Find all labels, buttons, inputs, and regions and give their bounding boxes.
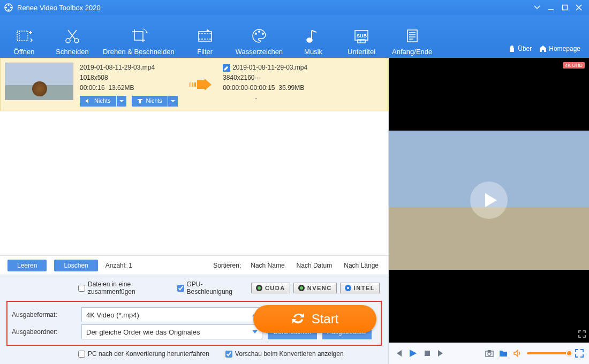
filmstrip-sparkle-icon — [196, 26, 214, 46]
shutdown-label: PC nach der Konvertierung herunterfahren — [88, 350, 209, 358]
about-label: Über — [518, 45, 532, 52]
start-label: Start — [312, 312, 339, 327]
edit-icon[interactable] — [223, 64, 230, 72]
mini-fullscreen-icon[interactable] — [578, 330, 586, 339]
home-icon — [539, 45, 547, 52]
snapshot-button[interactable] — [485, 349, 494, 358]
svg-point-2 — [10, 6, 12, 8]
filmstrip-add-icon — [15, 26, 33, 46]
output-format-combo[interactable]: 4K Video (*.mp4) — [81, 307, 262, 322]
sort-label: Sortieren: — [213, 262, 241, 269]
rotate-label: Drehen & Beschneiden — [103, 48, 175, 56]
format-value: 4K Video (*.mp4) — [86, 311, 139, 319]
menu-dropdown-icon[interactable] — [530, 0, 544, 15]
subtitle-button[interactable]: SUBT Untertitel — [337, 15, 386, 58]
about-link[interactable]: Über — [508, 45, 532, 52]
output-filename: 2019-01-08-11-29-03.mp4 — [232, 64, 307, 71]
lock-icon — [508, 45, 516, 52]
palette-icon — [250, 26, 268, 46]
svg-rect-21 — [192, 82, 193, 87]
input-size: 13.62MB — [108, 84, 134, 92]
scissors-icon — [63, 26, 81, 46]
output-size: 35.99MB — [278, 84, 304, 92]
main-toolbar: Öffnen Schneiden Drehen & Beschneiden Fi… — [0, 15, 589, 58]
speaker-icon — [85, 98, 91, 104]
input-file-info: 2019-01-08-11-29-03.mp4 1018x508 00:00:1… — [80, 63, 178, 107]
play-button[interactable] — [408, 348, 418, 358]
folder-value: Der gleiche Order wie das Originales — [86, 328, 200, 336]
output-panel: Dateien in eine zusammenfügen GPU-Beschl… — [0, 275, 388, 364]
svg-point-23 — [258, 286, 261, 290]
svg-rect-7 — [17, 31, 19, 41]
svg-rect-5 — [563, 5, 568, 10]
titlebar: Renee Video Toolbox 2020 — [0, 0, 589, 15]
open-folder-button[interactable] — [499, 349, 508, 358]
open-button[interactable]: Öffnen — [0, 15, 48, 58]
watermark-label: Wasserzeichen — [236, 48, 283, 56]
svg-point-25 — [347, 287, 349, 289]
cuda-badge: CUDA — [251, 283, 290, 293]
output-dash: - — [255, 94, 307, 104]
output-file-info: 2019-01-08-11-29-03.mp4 3840x2160··· 00:… — [223, 63, 307, 104]
volume-button[interactable] — [513, 349, 522, 358]
homepage-label: Homepage — [549, 45, 580, 52]
beginend-label: Anfang/Ende — [392, 48, 432, 56]
folder-label: Ausgabeordner: — [12, 328, 76, 336]
svg-rect-19 — [407, 30, 417, 42]
clear-button[interactable]: Leeren — [7, 260, 47, 271]
sort-by-date[interactable]: Nach Datum — [294, 262, 335, 269]
sort-by-length[interactable]: Nach Länge — [342, 262, 381, 269]
preview-checkbox[interactable]: Vorschau beim Konvertieren anzeigen — [225, 350, 344, 358]
stop-button[interactable] — [423, 349, 432, 358]
minimize-button[interactable] — [544, 0, 558, 15]
cut-button[interactable]: Schneiden — [48, 15, 96, 58]
music-button[interactable]: Musik — [289, 15, 337, 58]
begin-end-button[interactable]: Anfang/Ende — [386, 15, 439, 58]
gpu-label: GPU-Beschleunigung — [187, 280, 235, 295]
subtitle-icon: SUBT — [352, 26, 371, 46]
video-thumbnail[interactable] — [5, 63, 73, 100]
video-preview[interactable]: 4K UHD — [389, 58, 589, 343]
merge-checkbox[interactable]: Dateien in eine zusammenfügen — [78, 280, 161, 295]
open-label: Öffnen — [14, 48, 35, 56]
play-icon — [482, 192, 499, 208]
arrow-right-icon — [184, 79, 216, 90]
output-folder-combo[interactable]: Der gleiche Order wie das Originales — [81, 324, 262, 339]
fullscreen-button[interactable] — [575, 349, 584, 358]
app-logo-icon — [4, 3, 13, 12]
preview-panel: 4K UHD — [389, 58, 589, 364]
svg-point-28 — [488, 352, 491, 355]
file-list: 2019-01-08-11-29-03.mp4 1018x508 00:00:1… — [0, 58, 388, 255]
filter-button[interactable]: Filter — [181, 15, 229, 58]
start-button[interactable]: Start — [253, 305, 376, 333]
svg-point-9 — [74, 39, 79, 43]
maximize-button[interactable] — [558, 0, 572, 15]
subtitle-track-selector[interactable]: Nichts — [132, 96, 178, 107]
watermark-button[interactable]: Wasserzeichen — [229, 15, 289, 58]
list-toolbar: Leeren Löschen Anzahl: 1 Sortieren: Nach… — [0, 255, 388, 275]
rotate-crop-button[interactable]: Drehen & Beschneiden — [96, 15, 181, 58]
svg-rect-10 — [199, 32, 212, 41]
svg-point-24 — [300, 286, 303, 290]
gpu-checkbox[interactable]: GPU-Beschleunigung — [177, 280, 235, 295]
play-overlay-button[interactable] — [470, 181, 508, 219]
next-button[interactable] — [437, 349, 445, 358]
audio-track-selector[interactable]: Nichts — [80, 96, 126, 107]
music-label: Musik — [304, 48, 322, 56]
filter-label: Filter — [197, 48, 213, 56]
player-controls — [389, 343, 589, 364]
input-filename: 2019-01-08-11-29-03.mp4 — [80, 63, 178, 73]
prev-button[interactable] — [394, 349, 403, 358]
delete-button[interactable]: Löschen — [54, 260, 97, 271]
homepage-link[interactable]: Homepage — [539, 45, 580, 52]
shutdown-checkbox[interactable]: PC nach der Konvertierung herunterfahren — [78, 350, 209, 358]
svg-rect-22 — [194, 82, 196, 87]
refresh-icon — [291, 312, 305, 326]
svg-point-4 — [5, 6, 7, 8]
sort-by-name[interactable]: Nach Name — [248, 262, 286, 269]
volume-slider[interactable] — [527, 352, 570, 354]
resolution-badge: 4K UHD — [563, 62, 585, 69]
file-row[interactable]: 2019-01-08-11-29-03.mp4 1018x508 00:00:1… — [0, 58, 388, 111]
preview-label: Vorschau beim Konvertieren anzeigen — [235, 350, 344, 358]
close-button[interactable] — [572, 0, 586, 15]
